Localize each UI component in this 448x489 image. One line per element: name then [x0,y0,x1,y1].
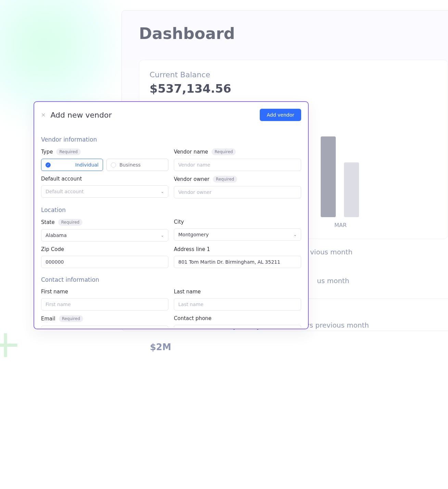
type-label: Type [41,149,53,155]
first-name-label: First name [41,289,68,295]
vs-previous-text: vious month [310,248,353,256]
last-name-label: Last name [174,289,201,295]
phone-label: Contact phone [174,315,212,321]
email-label: Email [41,316,55,322]
vendor-name-label: Vendor name [174,149,208,155]
page-title: Dashboard [139,24,448,43]
select-value: Default account [46,189,84,194]
default-account-label: Default account [41,176,82,182]
section-heading-location: Location [41,207,301,213]
required-badge: Required [213,176,237,183]
add-vendor-modal: ✕ Add new vendor Add vendor Vendor infor… [34,101,309,329]
zip-input[interactable] [41,256,168,268]
check-icon: ✓ [46,162,51,168]
add-vendor-button[interactable]: Add vendor [260,109,301,121]
modal-title: Add new vendor [50,111,260,119]
first-name-input[interactable] [41,298,168,310]
modal-body[interactable]: Vendor information Type Required ✓ Indiv… [34,126,308,328]
required-badge: Required [58,219,82,226]
last-name-input[interactable] [174,298,301,310]
default-account-select[interactable]: Default account ⌄ [41,185,168,198]
toggle-label: Business [119,162,141,168]
type-business-toggle[interactable]: Business [106,159,168,171]
vendor-owner-label: Vendor owner [174,176,209,182]
chart-y-tick: $2M [150,342,171,352]
radio-icon [111,162,116,168]
vendor-owner-input[interactable] [174,186,301,198]
vs-previous-text: us month [317,277,349,285]
email-input[interactable] [41,326,168,328]
vendor-name-input[interactable] [174,159,301,171]
required-badge: Required [59,315,83,322]
section-heading-contact: Contact information [41,276,301,283]
address1-input[interactable] [174,256,301,268]
chevron-down-icon: ⌄ [161,189,164,194]
close-icon[interactable]: ✕ [41,112,46,118]
city-select[interactable]: Montgomery ⌄ [174,228,301,241]
balance-value: $537,134.56 [150,82,437,95]
address1-label: Address line 1 [174,246,210,252]
chart-x-label: MAR [334,222,437,228]
select-value: Montgomery [178,232,209,237]
required-badge: Required [212,148,236,155]
section-heading-vendor: Vendor information [41,136,301,143]
chevron-down-icon: ⌄ [294,233,297,237]
bar-chart [321,136,437,217]
select-value: Alabama [46,233,67,238]
vs-previous-text: vs previous month [306,321,369,329]
chevron-down-icon: ⌄ [161,233,164,238]
type-individual-toggle[interactable]: ✓ Individual [41,159,103,171]
city-label: City [174,219,184,225]
phone-input[interactable]: +1 [174,325,301,328]
state-select[interactable]: Alabama ⌄ [41,229,168,241]
zip-label: Zip Code [41,246,64,252]
required-badge: Required [56,148,80,155]
toggle-label: Individual [75,162,99,168]
chart-bar [321,136,336,217]
state-label: State [41,219,55,225]
balance-label: Current Balance [150,70,437,79]
decorative-plus: + [0,322,21,366]
chart-bar [344,162,359,217]
